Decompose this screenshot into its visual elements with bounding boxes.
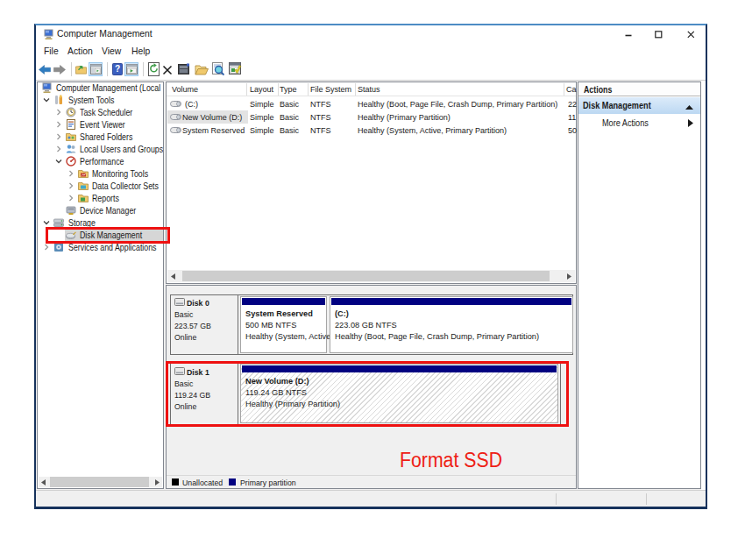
svg-text:?: ? — [115, 64, 120, 74]
